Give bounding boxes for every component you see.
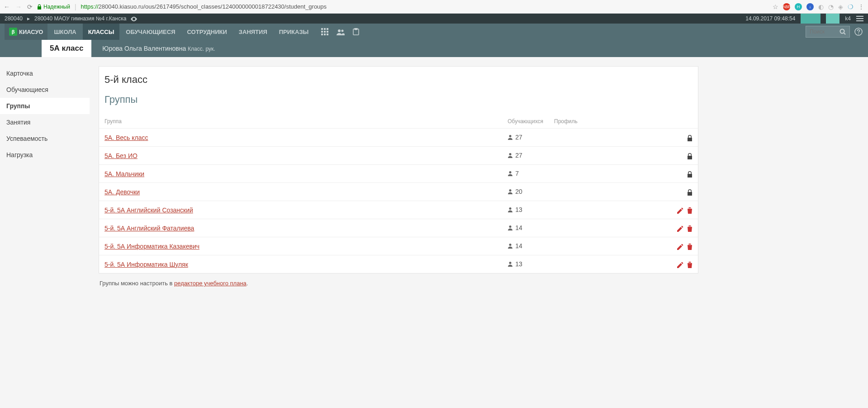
status-block-2[interactable] xyxy=(826,14,840,24)
svg-point-23 xyxy=(509,262,512,264)
sidebar-item-1[interactable]: Обучающиеся xyxy=(0,82,90,98)
people-icon[interactable] xyxy=(337,28,345,35)
svg-rect-8 xyxy=(327,34,328,35)
teacher-name: Юрова Ольга Валентиновна xyxy=(102,45,186,52)
table-row: 5-й. 5А Английский Фаталиева 14 xyxy=(99,219,698,237)
sidebar-item-3[interactable]: Занятия xyxy=(0,114,90,130)
nav-item-3[interactable]: СОТРУДНИКИ xyxy=(182,24,232,40)
student-count: 13 xyxy=(508,206,522,213)
sidebar-item-0[interactable]: Карточка xyxy=(0,65,90,82)
abp-icon[interactable]: ABP xyxy=(783,3,790,10)
edit-icon[interactable] xyxy=(677,224,683,231)
eye-icon[interactable] xyxy=(131,15,137,22)
back-icon[interactable]: ← xyxy=(4,3,10,10)
chevron-right-icon: ▸ xyxy=(27,15,30,22)
nav-item-5[interactable]: ПРИКАЗЫ xyxy=(274,24,314,40)
ext-cube-icon[interactable]: ◈ xyxy=(838,3,843,10)
svg-point-16 xyxy=(509,135,512,137)
svg-rect-0 xyxy=(321,28,323,30)
sidebar-item-5[interactable]: Нагрузка xyxy=(0,147,90,163)
group-link[interactable]: 5-й. 5А Информатика Шуляк xyxy=(104,261,188,268)
delete-icon[interactable] xyxy=(687,260,693,268)
teacher-role: Класс. рук. xyxy=(188,46,215,52)
col-count: Обучающихся xyxy=(502,115,549,129)
browser-chrome: ← → ⟳ Надежный | https://280040.kiasuo.r… xyxy=(0,0,868,14)
table-row: 5А. Мальчики 7 xyxy=(99,165,698,183)
student-count: 14 xyxy=(508,242,522,250)
table-row: 5-й. 5А Информатика Шуляк 13 xyxy=(99,255,698,274)
delete-icon[interactable] xyxy=(687,206,693,213)
svg-point-21 xyxy=(509,226,512,228)
svg-rect-7 xyxy=(324,34,326,35)
reload-icon[interactable]: ⟳ xyxy=(27,3,33,10)
main-nav: β КИАСУО ШКОЛАКЛАССЫОБУЧАЮЩИЕСЯСОТРУДНИК… xyxy=(0,24,868,40)
ext-cloud-icon[interactable]: ◐ xyxy=(818,3,824,10)
col-group: Группа xyxy=(99,115,502,129)
group-link[interactable]: 5-й. 5А Английский Созанский xyxy=(104,206,193,214)
school-name[interactable]: 280040 МАОУ гимназия №4 г.Канска xyxy=(34,15,126,22)
group-link[interactable]: 5А. Мальчики xyxy=(104,170,144,178)
menu-icon[interactable] xyxy=(856,16,863,21)
delete-icon[interactable] xyxy=(687,224,693,231)
table-row: 5А. Весь класс 27 xyxy=(99,129,698,147)
sidebar-item-2[interactable]: Группы xyxy=(0,98,90,114)
class-tab[interactable]: 5А класс xyxy=(42,40,91,57)
student-count: 14 xyxy=(508,224,522,231)
group-link[interactable]: 5-й. 5А Английский Фаталиева xyxy=(104,225,194,232)
table-row: 5А. Без ИО 27 xyxy=(99,147,698,165)
help-icon[interactable] xyxy=(854,28,863,36)
ext-user-icon[interactable]: ◔ xyxy=(828,3,834,10)
nav-item-2[interactable]: ОБУЧАЮЩИЕСЯ xyxy=(120,24,180,40)
group-link[interactable]: 5А. Весь класс xyxy=(104,134,148,141)
secure-indicator: Надежный xyxy=(37,4,70,10)
org-code[interactable]: 280040 xyxy=(5,15,23,22)
star-icon[interactable]: ☆ xyxy=(773,3,778,10)
footnote-suffix: . xyxy=(247,280,248,287)
group-link[interactable]: 5-й. 5А Информатика Казакевич xyxy=(104,243,199,250)
url-bar[interactable]: https://280040.kiasuo.ru/ous/2617495/sch… xyxy=(81,3,768,10)
apps-icon[interactable] xyxy=(321,28,328,36)
edit-icon[interactable] xyxy=(677,206,683,213)
nav-item-0[interactable]: ШКОЛА xyxy=(48,24,81,40)
group-link[interactable]: 5А. Девочки xyxy=(104,188,140,196)
lock-icon xyxy=(687,170,693,177)
student-count: 7 xyxy=(508,170,519,177)
url-scheme: https:// xyxy=(81,3,99,10)
brand[interactable]: β КИАСУО xyxy=(5,24,47,40)
svg-rect-6 xyxy=(321,34,323,35)
nav-item-1[interactable]: КЛАССЫ xyxy=(83,24,120,40)
section-title: Группы xyxy=(99,89,698,115)
beta-badge: β xyxy=(9,28,17,36)
footnote-prefix: Группы можно настроить в xyxy=(100,280,174,287)
page-title: 5-й класс xyxy=(99,67,698,89)
ext-g-icon[interactable]: ❍ xyxy=(848,3,854,10)
svg-point-18 xyxy=(509,171,512,173)
nav-item-4[interactable]: ЗАНЯТИЯ xyxy=(233,24,273,40)
content: 5-й класс Группы Группа Обучающихся Проф… xyxy=(90,57,705,302)
group-link[interactable]: 5А. Без ИО xyxy=(104,152,138,159)
user-label[interactable]: k4 xyxy=(845,15,851,22)
forward-icon[interactable]: → xyxy=(15,3,22,10)
footnote-link[interactable]: редакторе учебного плана xyxy=(174,280,247,287)
student-count: 27 xyxy=(508,152,522,159)
search-input[interactable] xyxy=(810,29,837,35)
search-box[interactable] xyxy=(806,26,850,38)
kebab-icon[interactable]: ⋮ xyxy=(858,3,864,10)
status-block-1[interactable] xyxy=(801,14,821,24)
footnote: Группы можно настроить в редакторе учебн… xyxy=(99,274,698,293)
sidebar-item-4[interactable]: Успеваемость xyxy=(0,130,90,147)
svg-rect-12 xyxy=(355,29,357,30)
ext-down-icon[interactable]: ↓ xyxy=(806,3,814,10)
svg-rect-5 xyxy=(327,31,328,33)
search-icon xyxy=(840,29,846,35)
edit-icon[interactable] xyxy=(677,242,683,250)
context-bar: 280040 ▸ 280040 МАОУ гимназия №4 г.Канск… xyxy=(0,14,868,24)
svg-point-19 xyxy=(509,189,512,192)
sub-header: 5А класс Юрова Ольга Валентиновна Класс.… xyxy=(0,40,868,57)
clipboard-icon[interactable] xyxy=(353,28,359,36)
edit-icon[interactable] xyxy=(677,260,683,268)
ext-h-icon[interactable]: H xyxy=(795,3,802,10)
svg-line-14 xyxy=(844,33,845,34)
class-label: 5А класс xyxy=(50,44,83,53)
delete-icon[interactable] xyxy=(687,242,693,250)
